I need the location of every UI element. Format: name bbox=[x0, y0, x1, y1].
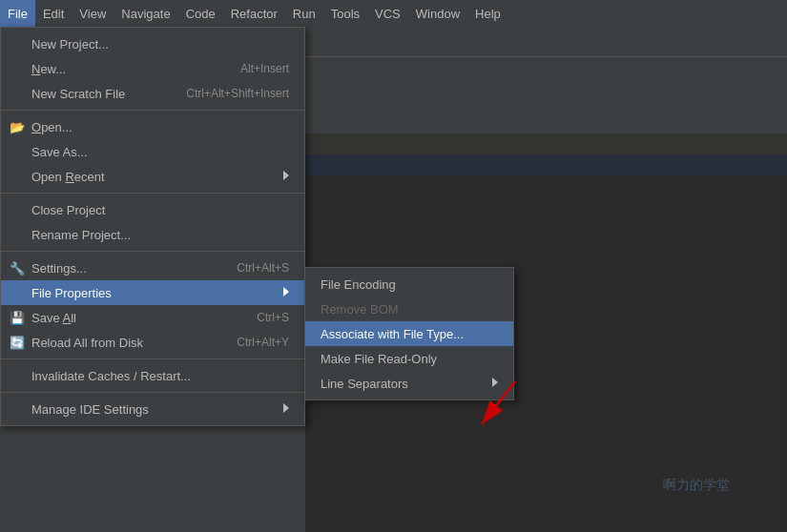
menu-item-reload-label: Reload All from Disk bbox=[31, 336, 217, 350]
menu-item-rename-project[interactable]: Rename Project... bbox=[1, 222, 304, 247]
menubar-navigate-label: Navigate bbox=[121, 7, 170, 21]
separator-2 bbox=[1, 193, 304, 194]
menu-item-new-scratch[interactable]: New Scratch File Ctrl+Alt+Shift+Insert bbox=[1, 81, 304, 106]
menubar-window[interactable]: Window bbox=[408, 0, 467, 27]
annotation-arrow bbox=[448, 372, 534, 448]
save-all-icon: 💾 bbox=[7, 311, 28, 325]
menu-item-save-all-shortcut: Ctrl+S bbox=[257, 311, 289, 324]
manage-ide-arrow-icon bbox=[283, 403, 289, 415]
menubar-window-label: Window bbox=[416, 7, 460, 21]
menu-item-settings[interactable]: 🔧 Settings... Ctrl+Alt+S bbox=[1, 256, 304, 280]
menu-item-invalidate-caches[interactable]: Invalidate Caches / Restart... bbox=[1, 363, 304, 388]
menu-item-open-recent-label: Open Recent bbox=[31, 170, 276, 184]
svg-line-1 bbox=[482, 381, 515, 424]
menu-item-settings-label: Settings... bbox=[31, 261, 217, 276]
submenu-item-associate-file-type[interactable]: Associate with File Type... bbox=[305, 321, 513, 346]
menu-item-open-recent[interactable]: Open Recent bbox=[1, 164, 304, 189]
menubar-tools[interactable]: Tools bbox=[323, 0, 367, 27]
settings-wrench-icon: 🔧 bbox=[7, 261, 28, 276]
separator-1 bbox=[1, 110, 304, 111]
open-recent-arrow-icon bbox=[283, 171, 289, 182]
menubar-run[interactable]: Run bbox=[285, 0, 323, 27]
menubar-help-label: Help bbox=[475, 7, 501, 21]
submenu-remove-bom-label: Remove BOM bbox=[321, 302, 498, 317]
menu-item-new[interactable]: New... Alt+Insert bbox=[1, 56, 304, 81]
menu-item-invalidate-label: Invalidate Caches / Restart... bbox=[31, 369, 289, 383]
menu-item-save-as-label: Save As... bbox=[31, 145, 289, 159]
menu-item-new-scratch-label: New Scratch File bbox=[31, 87, 167, 101]
menu-item-close-project-label: Close Project bbox=[31, 203, 289, 217]
menubar-view[interactable]: View bbox=[72, 0, 114, 27]
menubar-code[interactable]: Code bbox=[178, 0, 223, 27]
menubar-help[interactable]: Help bbox=[467, 0, 508, 27]
menubar: File Edit View Navigate Code Refactor Ru… bbox=[0, 0, 787, 27]
menubar-edit[interactable]: Edit bbox=[35, 0, 72, 27]
menu-item-new-label: New... bbox=[31, 62, 221, 76]
menu-item-new-scratch-shortcut: Ctrl+Alt+Shift+Insert bbox=[186, 87, 289, 100]
watermark-text: 啊力的学堂 bbox=[663, 477, 730, 494]
menubar-refactor-label: Refactor bbox=[231, 7, 278, 21]
menubar-code-label: Code bbox=[186, 7, 216, 21]
menu-item-new-project-label: New Project... bbox=[31, 37, 289, 51]
menu-item-save-as[interactable]: Save As... bbox=[1, 139, 304, 164]
menu-item-open-label: Open... bbox=[31, 120, 289, 134]
submenu-file-encoding-label: File Encoding bbox=[321, 277, 498, 292]
menubar-navigate[interactable]: Navigate bbox=[114, 0, 177, 27]
menu-item-close-project[interactable]: Close Project bbox=[1, 197, 304, 222]
menubar-tools-label: Tools bbox=[331, 7, 360, 21]
menubar-vcs-label: VCS bbox=[375, 7, 401, 21]
file-properties-arrow-icon bbox=[283, 287, 289, 298]
menu-item-reload-all[interactable]: 🔄 Reload All from Disk Ctrl+Alt+Y bbox=[1, 330, 304, 355]
submenu-make-read-only-label: Make File Read-Only bbox=[321, 352, 498, 366]
submenu-item-make-read-only[interactable]: Make File Read-Only bbox=[305, 346, 513, 371]
menubar-file[interactable]: File bbox=[0, 0, 35, 27]
ide-toolbar bbox=[305, 27, 787, 57]
menu-item-manage-ide-label: Manage IDE Settings bbox=[31, 402, 276, 417]
menu-item-new-shortcut: Alt+Insert bbox=[240, 62, 289, 75]
watermark-label: 啊力的学堂 bbox=[663, 477, 730, 492]
menubar-view-label: View bbox=[79, 7, 106, 21]
menu-item-reload-shortcut: Ctrl+Alt+Y bbox=[237, 336, 289, 349]
menu-item-manage-ide[interactable]: Manage IDE Settings bbox=[1, 397, 304, 421]
menu-item-file-properties-label: File Properties bbox=[31, 286, 276, 300]
menu-item-save-all[interactable]: 💾 Save All Ctrl+S bbox=[1, 305, 304, 330]
submenu-associate-file-type-label: Associate with File Type... bbox=[321, 327, 498, 341]
menubar-file-label: File bbox=[8, 7, 28, 21]
separator-3 bbox=[1, 251, 304, 252]
separator-4 bbox=[1, 358, 304, 359]
reload-icon: 🔄 bbox=[7, 336, 28, 350]
menu-item-open[interactable]: 📂 Open... bbox=[1, 114, 304, 139]
menu-item-rename-project-label: Rename Project... bbox=[31, 228, 289, 242]
menubar-run-label: Run bbox=[293, 7, 316, 21]
open-folder-icon: 📂 bbox=[7, 120, 28, 134]
menubar-refactor[interactable]: Refactor bbox=[223, 0, 285, 27]
separator-5 bbox=[1, 392, 304, 393]
submenu-item-remove-bom[interactable]: Remove BOM bbox=[305, 297, 513, 321]
menubar-edit-label: Edit bbox=[43, 7, 64, 21]
menubar-vcs[interactable]: VCS bbox=[367, 0, 408, 27]
menu-item-file-properties[interactable]: File Properties bbox=[1, 280, 304, 305]
file-dropdown-menu: New Project... New... Alt+Insert New Scr… bbox=[0, 27, 305, 426]
menu-item-settings-shortcut: Ctrl+Alt+S bbox=[237, 261, 289, 275]
submenu-item-file-encoding[interactable]: File Encoding bbox=[305, 272, 513, 297]
menu-item-save-all-label: Save All bbox=[31, 311, 238, 325]
menu-item-new-project[interactable]: New Project... bbox=[1, 31, 304, 56]
